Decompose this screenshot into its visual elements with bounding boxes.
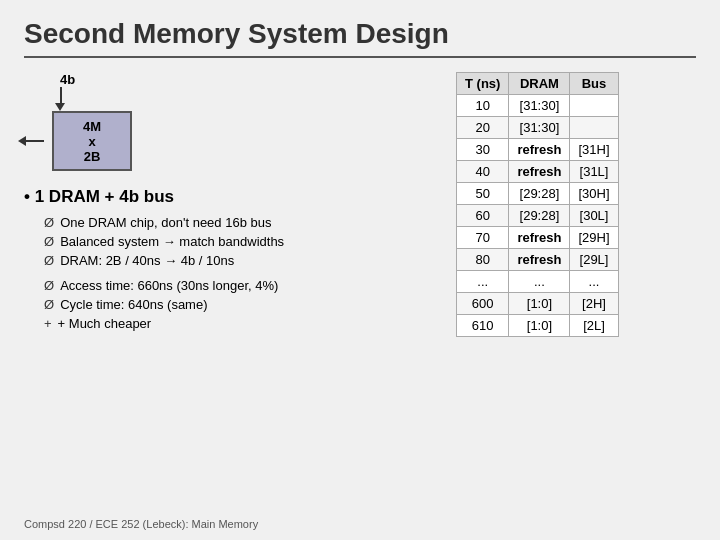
cell-bus [570, 117, 618, 139]
cell-dram: refresh [509, 249, 570, 271]
dram-label-line3: 2B [84, 149, 101, 164]
cell-bus: [30L] [570, 205, 618, 227]
arrow-sym-3: Ø [44, 253, 54, 268]
cell-dram: [1:0] [509, 315, 570, 337]
bullets: • 1 DRAM + 4b bus Ø One DRAM chip, don't… [24, 187, 432, 331]
cell-bus: ... [570, 271, 618, 293]
cell-t: 40 [457, 161, 509, 183]
cell-t: 50 [457, 183, 509, 205]
cell-dram: refresh [509, 161, 570, 183]
bullet-group-2: Ø Access time: 660ns (30ns longer, 4%) Ø… [24, 278, 432, 331]
table-row: 40refresh[31L] [457, 161, 619, 183]
cell-t: 10 [457, 95, 509, 117]
cell-t: ... [457, 271, 509, 293]
cell-t: 30 [457, 139, 509, 161]
cell-t: 60 [457, 205, 509, 227]
cell-bus: [30H] [570, 183, 618, 205]
bullet-main-1: • 1 DRAM + 4b bus [24, 187, 432, 207]
table-row: 20[31:30] [457, 117, 619, 139]
cell-dram: [31:30] [509, 95, 570, 117]
bullet-sub-1-1: Ø One DRAM chip, don't need 16b bus [44, 215, 432, 230]
cell-dram: [1:0] [509, 293, 570, 315]
table-row: 600[1:0][2H] [457, 293, 619, 315]
table-row: 30refresh[31H] [457, 139, 619, 161]
arrow-down-line [60, 87, 62, 103]
table-row: 50[29:28][30H] [457, 183, 619, 205]
cell-bus: [31L] [570, 161, 618, 183]
block-row: 4M x 2B [24, 111, 132, 171]
cell-bus [570, 95, 618, 117]
cell-dram: refresh [509, 227, 570, 249]
cell-t: 70 [457, 227, 509, 249]
dram-label-line2: x [88, 134, 95, 149]
arrow-sym-4: Ø [44, 278, 54, 293]
cell-bus: [29L] [570, 249, 618, 271]
col-header-t: T (ns) [457, 73, 509, 95]
cell-dram: ... [509, 271, 570, 293]
content-area: 4b 4M x 2B • 1 DRAM + 4b bus [24, 72, 696, 341]
dram-box: 4M x 2B [52, 111, 132, 171]
arrow-sym-2: Ø [44, 234, 54, 249]
cell-t: 20 [457, 117, 509, 139]
bullet-group-1: • 1 DRAM + 4b bus Ø One DRAM chip, don't… [24, 187, 432, 268]
footer: Compsd 220 / ECE 252 (Lebeck): Main Memo… [24, 518, 258, 530]
cell-dram: [29:28] [509, 183, 570, 205]
col-header-bus: Bus [570, 73, 618, 95]
table-row: 70refresh[29H] [457, 227, 619, 249]
cell-t: 80 [457, 249, 509, 271]
block-diagram: 4b 4M x 2B [24, 72, 432, 171]
slide-title: Second Memory System Design [24, 18, 696, 58]
slide: Second Memory System Design 4b 4M x 2B [0, 0, 720, 540]
arrow-sym-6: + [44, 316, 52, 331]
cell-t: 610 [457, 315, 509, 337]
label-4b: 4b [60, 72, 75, 87]
cell-dram: [29:28] [509, 205, 570, 227]
cell-bus: [29H] [570, 227, 618, 249]
table-row: 10[31:30] [457, 95, 619, 117]
bullet-sub-1-3: Ø DRAM: 2B / 40ns → 4b / 10ns [44, 253, 432, 268]
cell-bus: [2H] [570, 293, 618, 315]
arrow-left [24, 140, 44, 142]
left-column: 4b 4M x 2B • 1 DRAM + 4b bus [24, 72, 432, 341]
right-column: T (ns) DRAM Bus 10[31:30]20[31:30]30refr… [456, 72, 696, 341]
bullet-sub-1-2: Ø Balanced system → match bandwidths [44, 234, 432, 249]
cell-t: 600 [457, 293, 509, 315]
cell-dram: [31:30] [509, 117, 570, 139]
arrow-sym-5: Ø [44, 297, 54, 312]
bullet-sub-2-2: Ø Cycle time: 640ns (same) [44, 297, 432, 312]
bullet-sub-2-1: Ø Access time: 660ns (30ns longer, 4%) [44, 278, 432, 293]
table-row: ......... [457, 271, 619, 293]
table-row: 60[29:28][30L] [457, 205, 619, 227]
cell-bus: [2L] [570, 315, 618, 337]
cell-bus: [31H] [570, 139, 618, 161]
timing-table: T (ns) DRAM Bus 10[31:30]20[31:30]30refr… [456, 72, 619, 337]
table-header-row: T (ns) DRAM Bus [457, 73, 619, 95]
dram-label-line1: 4M [83, 119, 101, 134]
table-row: 80refresh[29L] [457, 249, 619, 271]
bullet-sub-2-3: + + Much cheaper [44, 316, 432, 331]
arrow-down-head [55, 103, 65, 111]
cell-dram: refresh [509, 139, 570, 161]
table-row: 610[1:0][2L] [457, 315, 619, 337]
arrow-sym-1: Ø [44, 215, 54, 230]
col-header-dram: DRAM [509, 73, 570, 95]
